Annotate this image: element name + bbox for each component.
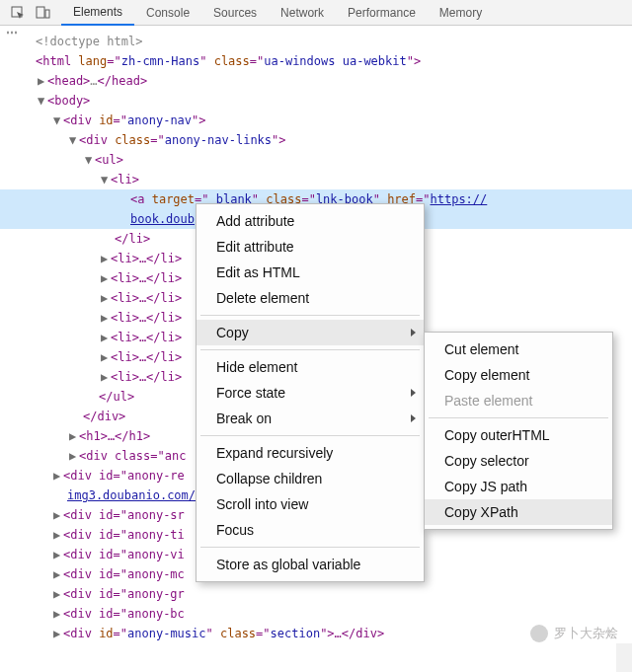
tab-performance[interactable]: Performance [336, 1, 428, 25]
menu-scroll-into-view[interactable]: Scroll into view [197, 491, 424, 517]
context-submenu-copy: Cut element Copy element Paste element C… [424, 332, 613, 530]
menu-delete-element[interactable]: Delete element [197, 285, 424, 311]
inspect-icon[interactable] [10, 5, 26, 21]
expand-arrow-icon[interactable]: ▶ [38, 71, 47, 91]
dom-line[interactable]: ▼<ul> [0, 150, 632, 170]
collapse-arrow-icon[interactable]: ▼ [101, 170, 111, 189]
tab-elements[interactable]: Elements [61, 0, 134, 26]
menu-break-on[interactable]: Break on [197, 406, 424, 431]
expand-arrow-icon[interactable]: ▶ [53, 564, 63, 584]
menu-add-attribute[interactable]: Add attribute [197, 208, 424, 234]
context-menu: Add attribute Edit attribute Edit as HTM… [196, 203, 425, 582]
watermark-logo-icon [530, 625, 548, 642]
expand-arrow-icon[interactable]: ▶ [53, 466, 63, 485]
dom-line[interactable]: ▶<div id="anony-bc [0, 604, 632, 624]
menu-copy-outerhtml[interactable]: Copy outerHTML [425, 422, 612, 448]
expand-arrow-icon[interactable]: ▶ [69, 426, 79, 446]
expand-arrow-icon[interactable]: ▶ [53, 604, 63, 624]
dom-line[interactable]: <html lang="zh-cmn-Hans" class="ua-windo… [0, 51, 632, 71]
menu-collapse-children[interactable]: Collapse children [197, 466, 424, 491]
dom-line[interactable]: ▼<div id="anony-nav"> [0, 111, 632, 130]
tab-network[interactable]: Network [269, 1, 336, 25]
expand-arrow-icon[interactable]: ▶ [101, 308, 111, 328]
expand-arrow-icon[interactable]: ▶ [101, 347, 111, 367]
menu-force-state[interactable]: Force state [197, 380, 424, 406]
menu-copy[interactable]: Copy [197, 320, 424, 345]
expand-arrow-icon[interactable]: ▶ [69, 446, 79, 466]
menu-store-global[interactable]: Store as global variable [197, 552, 424, 577]
menu-expand-recursively[interactable]: Expand recursively [197, 440, 424, 466]
menu-separator [429, 417, 608, 418]
watermark: 罗卜大杂烩 [530, 625, 618, 642]
expand-arrow-icon[interactable]: ▶ [53, 525, 63, 545]
expand-arrow-icon[interactable]: ▶ [101, 367, 111, 387]
expand-arrow-icon[interactable]: ▶ [53, 505, 63, 525]
expand-arrow-icon[interactable]: ▶ [53, 584, 63, 604]
menu-hide-element[interactable]: Hide element [197, 354, 424, 380]
menu-copy-selector[interactable]: Copy selector [425, 448, 612, 474]
dom-line[interactable]: ▶<head>…</head> [0, 71, 632, 91]
collapse-arrow-icon[interactable]: ▼ [69, 130, 79, 150]
dom-line[interactable]: ▼<body> [0, 91, 632, 111]
expand-arrow-icon[interactable]: ▶ [53, 624, 63, 643]
menu-copy-xpath[interactable]: Copy XPath [425, 499, 612, 525]
menu-focus[interactable]: Focus [197, 517, 424, 543]
expand-arrow-icon[interactable]: ▶ [101, 268, 111, 288]
watermark-text: 罗卜大杂烩 [554, 625, 618, 642]
menu-paste-element: Paste element [425, 388, 612, 413]
expand-arrow-icon[interactable]: ▶ [101, 288, 111, 308]
dom-line[interactable]: ▼<li> [0, 170, 632, 189]
svg-rect-1 [37, 7, 44, 18]
menu-edit-attribute[interactable]: Edit attribute [197, 234, 424, 260]
menu-separator [200, 547, 420, 548]
dom-line[interactable]: <!doctype html> [0, 32, 632, 51]
overflow-dots-icon[interactable]: ⋯ [6, 26, 18, 39]
dom-line[interactable]: ▶<div id="anony-gr [0, 584, 632, 604]
collapse-arrow-icon[interactable]: ▼ [85, 150, 95, 170]
menu-copy-element[interactable]: Copy element [425, 362, 612, 388]
menu-cut-element[interactable]: Cut element [425, 336, 612, 362]
device-toggle-icon[interactable] [36, 5, 51, 21]
menu-separator [200, 435, 420, 436]
tab-memory[interactable]: Memory [428, 1, 494, 25]
collapse-arrow-icon[interactable]: ▼ [53, 111, 63, 130]
devtools-tabbar: Elements Console Sources Network Perform… [0, 0, 632, 26]
expand-arrow-icon[interactable]: ▶ [53, 545, 63, 564]
svg-rect-2 [45, 10, 49, 18]
expand-arrow-icon[interactable]: ▶ [101, 249, 111, 268]
collapse-arrow-icon[interactable]: ▼ [38, 91, 47, 111]
menu-edit-as-html[interactable]: Edit as HTML [197, 260, 424, 285]
tab-console[interactable]: Console [134, 1, 201, 25]
tool-icons [0, 5, 61, 21]
menu-copy-js-path[interactable]: Copy JS path [425, 474, 612, 499]
expand-arrow-icon[interactable]: ▶ [101, 328, 111, 347]
menu-separator [200, 349, 420, 350]
tab-sources[interactable]: Sources [201, 1, 269, 25]
dom-line[interactable]: ▼<div class="anony-nav-links"> [0, 130, 632, 150]
menu-separator [200, 315, 420, 316]
